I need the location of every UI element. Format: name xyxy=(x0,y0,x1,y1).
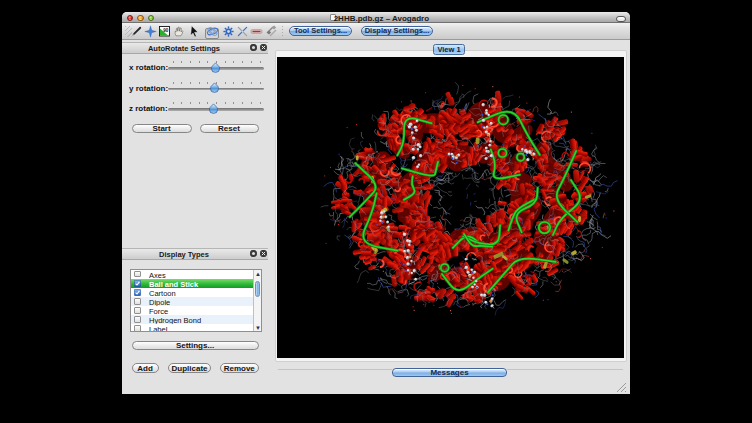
svg-text:90: 90 xyxy=(163,28,169,33)
